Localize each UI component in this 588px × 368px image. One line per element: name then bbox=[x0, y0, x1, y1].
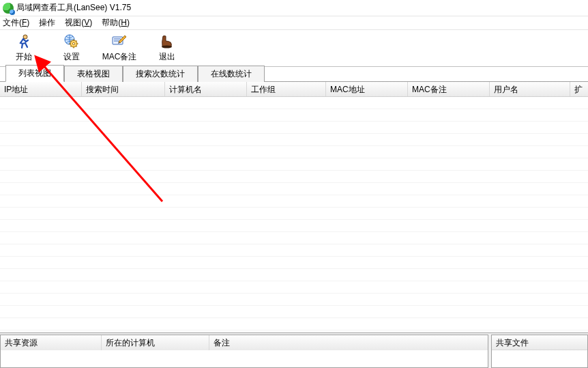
table-row bbox=[0, 183, 588, 195]
window-title: 局域网查看工具(LanSee) V1.75 bbox=[16, 2, 131, 14]
boot-exit-icon bbox=[159, 33, 175, 50]
svg-point-3 bbox=[72, 42, 74, 44]
col-share-resource[interactable]: 共享资源 bbox=[1, 335, 102, 350]
svg-point-0 bbox=[23, 35, 27, 39]
svg-point-15 bbox=[162, 46, 172, 48]
table-row bbox=[0, 257, 588, 269]
table-row bbox=[0, 195, 588, 208]
menu-file[interactable]: 文件(F) bbox=[3, 17, 29, 29]
listview-body[interactable] bbox=[0, 97, 588, 332]
table-row bbox=[0, 171, 588, 183]
run-man-icon bbox=[16, 33, 32, 50]
table-row bbox=[0, 146, 588, 158]
exit-label: 退出 bbox=[159, 51, 175, 63]
menu-view-pre: 视图( bbox=[65, 18, 84, 27]
col-mac[interactable]: MAC地址 bbox=[326, 82, 408, 96]
settings-button[interactable]: 设置 bbox=[48, 30, 95, 66]
table-row bbox=[0, 122, 588, 134]
col-username[interactable]: 用户名 bbox=[490, 82, 570, 96]
card-pencil-icon bbox=[111, 33, 128, 50]
table-row bbox=[0, 109, 588, 122]
app-icon bbox=[3, 3, 14, 14]
table-row bbox=[0, 97, 588, 109]
mac-remark-button[interactable]: MAC备注 bbox=[95, 30, 143, 66]
table-row bbox=[0, 220, 588, 232]
table-row bbox=[0, 134, 588, 146]
col-mac-remark[interactable]: MAC备注 bbox=[408, 82, 490, 96]
col-ip[interactable]: IP地址 bbox=[0, 82, 82, 96]
tab-table-view[interactable]: 表格视图 bbox=[64, 66, 123, 82]
tab-online-stats[interactable]: 在线数统计 bbox=[198, 66, 265, 82]
menu-help-pre: 帮助( bbox=[102, 18, 121, 27]
start-label: 开始 bbox=[16, 51, 32, 63]
table-row bbox=[0, 158, 588, 171]
menu-help-post: ) bbox=[127, 18, 130, 27]
listview-header: IP地址 搜索时间 计算机名 工作组 MAC地址 MAC备注 用户名 扩 bbox=[0, 82, 588, 97]
bottom-panels: 共享资源 所在的计算机 备注 共享文件 bbox=[0, 333, 588, 368]
share-file-panel[interactable]: 共享文件 bbox=[491, 335, 588, 368]
col-computer-name[interactable]: 计算机名 bbox=[165, 82, 247, 96]
settings-label: 设置 bbox=[63, 51, 80, 63]
col-host-computer[interactable]: 所在的计算机 bbox=[102, 335, 209, 350]
col-extra[interactable]: 扩 bbox=[570, 82, 588, 96]
table-row bbox=[0, 269, 588, 281]
table-row bbox=[0, 281, 588, 294]
table-row bbox=[0, 244, 588, 257]
menu-view-post: ) bbox=[89, 18, 92, 27]
globe-gear-icon bbox=[63, 33, 80, 50]
tab-list-view[interactable]: 列表视图 bbox=[5, 65, 64, 82]
start-button[interactable]: 开始 bbox=[0, 30, 48, 66]
tabstrip: 列表视图 表格视图 搜索次数统计 在线数统计 bbox=[0, 67, 588, 82]
mac-remark-label: MAC备注 bbox=[102, 51, 137, 63]
col-remark[interactable]: 备注 bbox=[209, 335, 488, 350]
share-file-header[interactable]: 共享文件 bbox=[492, 335, 587, 350]
menu-file-post: ) bbox=[27, 18, 29, 27]
toolbar: 开始 设置 bbox=[0, 30, 588, 67]
tab-search-stats[interactable]: 搜索次数统计 bbox=[123, 66, 198, 82]
main-listview[interactable]: IP地址 搜索时间 计算机名 工作组 MAC地址 MAC备注 用户名 扩 bbox=[0, 82, 588, 333]
table-row bbox=[0, 208, 588, 220]
table-row bbox=[0, 294, 588, 306]
table-row bbox=[0, 318, 588, 330]
table-row bbox=[0, 306, 588, 318]
exit-button[interactable]: 退出 bbox=[143, 30, 191, 66]
share-resource-panel[interactable]: 共享资源 所在的计算机 备注 bbox=[0, 335, 488, 368]
titlebar: 局域网查看工具(LanSee) V1.75 bbox=[0, 0, 588, 16]
menu-help[interactable]: 帮助(H) bbox=[102, 17, 130, 29]
menubar: 文件(F) 操作 视图(V) 帮助(H) bbox=[0, 16, 588, 30]
menu-action[interactable]: 操作 bbox=[39, 17, 55, 29]
menu-help-mnemonic: H bbox=[121, 18, 127, 27]
menu-file-pre: 文件( bbox=[3, 18, 22, 27]
table-row bbox=[0, 232, 588, 244]
share-resource-header: 共享资源 所在的计算机 备注 bbox=[1, 335, 488, 350]
col-workgroup[interactable]: 工作组 bbox=[247, 82, 326, 96]
menu-view[interactable]: 视图(V) bbox=[65, 17, 92, 29]
col-search-time[interactable]: 搜索时间 bbox=[82, 82, 165, 96]
